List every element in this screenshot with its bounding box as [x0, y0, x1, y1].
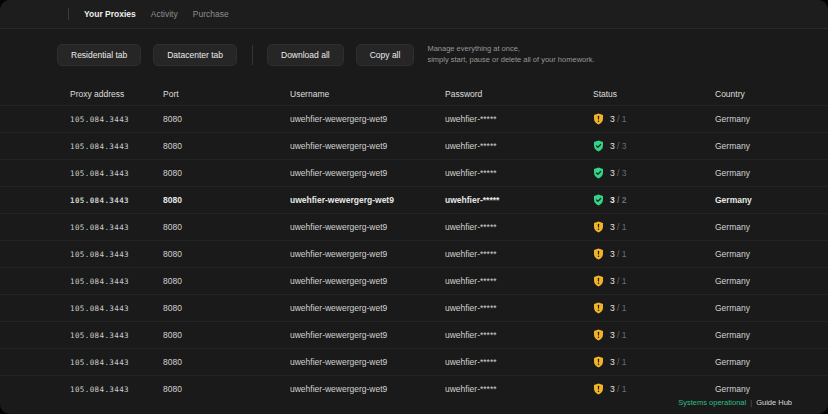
username-cell: uwehfier-wewergerg-wet9 [290, 222, 445, 232]
port-cell: 8080 [163, 330, 290, 340]
proxy-address-cell: 105.084.3443 [70, 115, 163, 124]
toolbar-hint-line1: Manage everything at once, [427, 44, 594, 55]
username-cell: uwehfier-wewergerg-wet9 [290, 168, 445, 178]
status-cell: 3 / 1 [593, 248, 715, 260]
residential-tab-button[interactable]: Residential tab [57, 44, 141, 66]
username-cell: uwehfier-wewergerg-wet9 [290, 330, 445, 340]
password-cell: uwehfier-***** [445, 195, 593, 205]
country-cell: Germany [715, 195, 828, 205]
proxy-address-cell: 105.084.3443 [70, 385, 163, 394]
password-cell: uwehfier-***** [445, 276, 593, 286]
systems-operational-link[interactable]: Systems operational [678, 398, 746, 407]
guide-hub-link[interactable]: Guide Hub [756, 398, 792, 407]
table-row[interactable]: 105.084.34438080uwehfier-wewergerg-wet9u… [0, 348, 828, 375]
tab-purchase[interactable]: Purchase [193, 9, 229, 19]
status-count: 3 / 3 [610, 141, 627, 151]
toolbar-hint: Manage everything at once, simply start,… [427, 44, 594, 66]
port-cell: 8080 [163, 249, 290, 259]
proxy-address-cell: 105.084.3443 [70, 331, 163, 340]
footer-divider: | [750, 398, 752, 407]
copy-all-button[interactable]: Copy all [356, 44, 415, 66]
proxy-dashboard: Your Proxies Activity Purchase Residenti… [0, 0, 828, 414]
proxy-address-cell: 105.084.3443 [70, 250, 163, 259]
table-row[interactable]: 105.084.34438080uwehfier-wewergerg-wet9u… [0, 186, 828, 213]
warning-shield-icon [593, 113, 604, 125]
status-cell: 3 / 1 [593, 329, 715, 341]
column-header-proxy-address: Proxy address [70, 89, 163, 99]
country-cell: Germany [715, 222, 828, 232]
tab-your-proxies[interactable]: Your Proxies [84, 9, 136, 19]
footer: Systems operational | Guide Hub [678, 398, 792, 407]
status-count: 3 / 1 [610, 330, 627, 340]
table-row[interactable]: 105.084.34438080uwehfier-wewergerg-wet9u… [0, 213, 828, 240]
status-count: 3 / 1 [610, 303, 627, 313]
username-cell: uwehfier-wewergerg-wet9 [290, 249, 445, 259]
status-count: 3 / 1 [610, 357, 627, 367]
username-cell: uwehfier-wewergerg-wet9 [290, 276, 445, 286]
status-cell: 3 / 3 [593, 167, 715, 179]
status-cell: 3 / 2 [593, 194, 715, 206]
proxy-address-cell: 105.084.3443 [70, 358, 163, 367]
column-header-status: Status [593, 89, 715, 99]
status-count: 3 / 1 [610, 276, 627, 286]
datacenter-tab-button[interactable]: Datacenter tab [153, 44, 237, 66]
status-count: 3 / 3 [610, 168, 627, 178]
status-cell: 3 / 1 [593, 221, 715, 233]
table-row[interactable]: 105.084.34438080uwehfier-wewergerg-wet9u… [0, 321, 828, 348]
country-cell: Germany [715, 276, 828, 286]
country-cell: Germany [715, 384, 828, 394]
table-row[interactable]: 105.084.34438080uwehfier-wewergerg-wet9u… [0, 240, 828, 267]
warning-shield-icon [593, 383, 604, 395]
username-cell: uwehfier-wewergerg-wet9 [290, 357, 445, 367]
password-cell: uwehfier-***** [445, 357, 593, 367]
country-cell: Germany [715, 330, 828, 340]
warning-shield-icon [593, 248, 604, 260]
ok-shield-icon [593, 140, 604, 152]
warning-shield-icon [593, 302, 604, 314]
column-header-password: Password [445, 89, 593, 99]
column-header-username: Username [290, 89, 445, 99]
port-cell: 8080 [163, 276, 290, 286]
proxy-address-cell: 105.084.3443 [70, 142, 163, 151]
status-count: 3 / 1 [610, 114, 627, 124]
top-navbar: Your Proxies Activity Purchase [0, 0, 828, 29]
password-cell: uwehfier-***** [445, 330, 593, 340]
ok-shield-icon [593, 167, 604, 179]
table-row[interactable]: 105.084.34438080uwehfier-wewergerg-wet9u… [0, 132, 828, 159]
proxy-address-cell: 105.084.3443 [70, 223, 163, 232]
proxy-address-cell: 105.084.3443 [70, 196, 163, 205]
column-header-port: Port [163, 89, 290, 99]
toolbar-divider [252, 45, 253, 65]
password-cell: uwehfier-***** [445, 384, 593, 394]
port-cell: 8080 [163, 384, 290, 394]
status-cell: 3 / 1 [593, 275, 715, 287]
password-cell: uwehfier-***** [445, 114, 593, 124]
status-count: 3 / 1 [610, 222, 627, 232]
username-cell: uwehfier-wewergerg-wet9 [290, 303, 445, 313]
table-row[interactable]: 105.084.34438080uwehfier-wewergerg-wet9u… [0, 267, 828, 294]
table-header: Proxy address Port Username Password Sta… [0, 83, 828, 105]
username-cell: uwehfier-wewergerg-wet9 [290, 195, 445, 205]
warning-shield-icon [593, 356, 604, 368]
warning-shield-icon [593, 221, 604, 233]
table-row[interactable]: 105.084.34438080uwehfier-wewergerg-wet9u… [0, 105, 828, 132]
country-cell: Germany [715, 114, 828, 124]
proxy-address-cell: 105.084.3443 [70, 304, 163, 313]
port-cell: 8080 [163, 168, 290, 178]
password-cell: uwehfier-***** [445, 303, 593, 313]
status-cell: 3 / 1 [593, 383, 715, 395]
port-cell: 8080 [163, 357, 290, 367]
toolbar: Residential tab Datacenter tab Download … [57, 43, 828, 67]
port-cell: 8080 [163, 303, 290, 313]
proxy-address-cell: 105.084.3443 [70, 277, 163, 286]
username-cell: uwehfier-wewergerg-wet9 [290, 384, 445, 394]
tab-activity[interactable]: Activity [151, 9, 178, 19]
status-count: 3 / 1 [610, 384, 627, 394]
download-all-button[interactable]: Download all [267, 44, 344, 66]
table-row[interactable]: 105.084.34438080uwehfier-wewergerg-wet9u… [0, 159, 828, 186]
nav-divider [68, 8, 69, 20]
password-cell: uwehfier-***** [445, 168, 593, 178]
table-row[interactable]: 105.084.34438080uwehfier-wewergerg-wet9u… [0, 294, 828, 321]
toolbar-hint-line2: simply start, pause or delete all of you… [427, 55, 594, 66]
country-cell: Germany [715, 141, 828, 151]
